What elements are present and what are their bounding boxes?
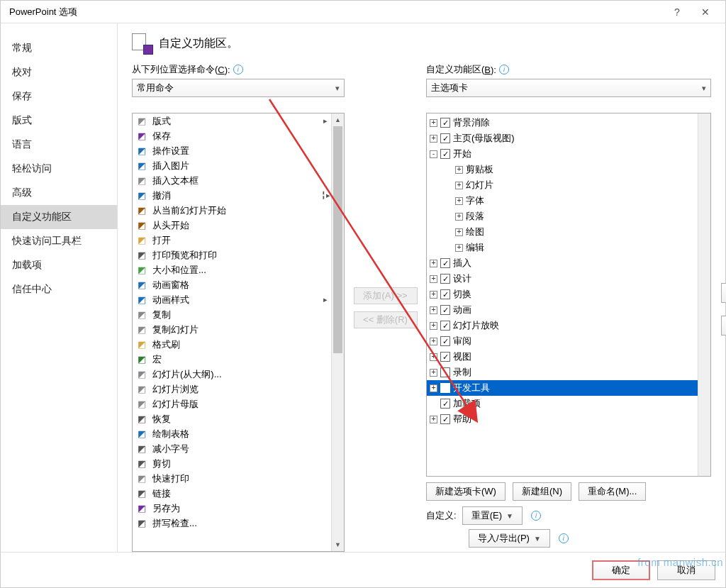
ok-button[interactable]: 确定 bbox=[592, 560, 650, 580]
sidebar-item[interactable]: 加载项 bbox=[1, 253, 117, 277]
command-item[interactable]: ◩打开 bbox=[133, 233, 331, 248]
command-item[interactable]: ◩复制幻灯片 bbox=[133, 322, 331, 337]
expand-icon[interactable]: + bbox=[455, 244, 463, 252]
command-item[interactable]: ◩复制 bbox=[133, 307, 331, 322]
info-icon[interactable]: i bbox=[531, 511, 541, 521]
expand-icon[interactable]: + bbox=[430, 322, 437, 330]
tree-item[interactable]: +幻灯片放映 bbox=[427, 318, 698, 333]
collapse-icon[interactable]: - bbox=[430, 150, 437, 158]
expand-icon[interactable]: + bbox=[430, 416, 437, 423]
info-icon[interactable]: i bbox=[499, 65, 509, 74]
expand-icon[interactable]: + bbox=[430, 353, 437, 361]
tree-item[interactable]: +剪贴板 bbox=[427, 162, 698, 177]
tree-item[interactable]: 加载项 bbox=[427, 396, 698, 411]
reset-button[interactable]: 重置(E)▼ bbox=[462, 506, 523, 525]
info-icon[interactable]: i bbox=[233, 65, 243, 74]
expand-icon[interactable]: + bbox=[455, 182, 463, 189]
command-item[interactable]: ◩恢复 bbox=[133, 411, 331, 426]
checkbox[interactable] bbox=[440, 399, 450, 409]
sidebar-item[interactable]: 保存 bbox=[1, 84, 117, 109]
commands-listbox[interactable]: ◩版式▸◩保存◩操作设置◩插入图片◩插入文本框◩撤消╏▸◩从当前幻灯片开始◩从头… bbox=[132, 113, 345, 552]
expand-icon[interactable]: + bbox=[455, 166, 463, 174]
checkbox[interactable] bbox=[440, 274, 450, 284]
command-item[interactable]: ◩宏 bbox=[133, 352, 331, 367]
command-item[interactable]: ◩从头开始 bbox=[133, 218, 331, 233]
scroll-down-icon[interactable]: ▼ bbox=[332, 538, 344, 551]
command-item[interactable]: ◩另存为 bbox=[133, 501, 331, 516]
command-item[interactable]: ◩大小和位置... bbox=[133, 262, 331, 277]
checkbox[interactable] bbox=[440, 336, 450, 346]
sidebar-item[interactable]: 常规 bbox=[1, 36, 117, 60]
import-export-button[interactable]: 导入/导出(P)▼ bbox=[469, 529, 550, 548]
commands-scrollbar[interactable]: ▲ ▼ bbox=[331, 113, 344, 551]
tree-item[interactable]: +插入 bbox=[427, 255, 698, 271]
expand-icon[interactable]: + bbox=[430, 338, 437, 345]
cancel-button[interactable]: 取消 bbox=[657, 560, 715, 580]
tree-item[interactable]: +审阅 bbox=[427, 333, 698, 349]
tree-item[interactable]: +帮助 bbox=[427, 411, 698, 427]
expand-icon[interactable]: + bbox=[430, 135, 437, 143]
command-item[interactable]: ◩幻灯片母版 bbox=[133, 396, 331, 411]
tree-item[interactable]: +绘图 bbox=[427, 224, 698, 240]
command-item[interactable]: ◩插入图片 bbox=[133, 158, 331, 173]
expand-icon[interactable]: + bbox=[430, 306, 437, 314]
checkbox[interactable] bbox=[440, 149, 450, 159]
new-group-button[interactable]: 新建组(N) bbox=[513, 482, 571, 501]
checkbox[interactable] bbox=[440, 367, 450, 377]
ribbon-scrollbar[interactable] bbox=[698, 113, 710, 476]
command-item[interactable]: ◩格式刷 bbox=[133, 337, 331, 352]
command-item[interactable]: ◩版式▸ bbox=[133, 113, 331, 128]
expand-icon[interactable]: + bbox=[455, 213, 463, 221]
checkbox[interactable] bbox=[440, 321, 450, 331]
checkbox[interactable] bbox=[440, 133, 450, 143]
command-item[interactable]: ◩保存 bbox=[133, 128, 331, 143]
tree-item[interactable]: +录制 bbox=[427, 365, 698, 380]
tree-item[interactable]: +编辑 bbox=[427, 240, 698, 255]
ribbon-dropdown[interactable]: 主选项卡 bbox=[426, 79, 711, 97]
tree-item[interactable]: +主页(母版视图) bbox=[427, 131, 698, 146]
command-item[interactable]: ◩从当前幻灯片开始 bbox=[133, 203, 331, 218]
tree-item[interactable]: +动画 bbox=[427, 302, 698, 318]
expand-icon[interactable]: + bbox=[430, 369, 437, 377]
new-tab-button[interactable]: 新建选项卡(W) bbox=[426, 482, 506, 501]
tree-item[interactable]: -开始 bbox=[427, 146, 698, 162]
expand-icon[interactable]: + bbox=[455, 228, 463, 236]
command-item[interactable]: ◩操作设置 bbox=[133, 143, 331, 158]
sidebar-item[interactable]: 语言 bbox=[1, 133, 117, 157]
command-item[interactable]: ◩动画窗格 bbox=[133, 277, 331, 292]
command-item[interactable]: ◩快速打印 bbox=[133, 471, 331, 486]
command-item[interactable]: ◩插入文本框 bbox=[133, 173, 331, 188]
command-item[interactable]: ◩幻灯片浏览 bbox=[133, 382, 331, 396]
command-item[interactable]: ◩剪切 bbox=[133, 456, 331, 471]
checkbox[interactable] bbox=[440, 258, 450, 268]
tree-item[interactable]: +段落 bbox=[427, 209, 698, 224]
sidebar-item[interactable]: 快速访问工具栏 bbox=[1, 229, 117, 253]
command-item[interactable]: ◩幻灯片(从大纲)... bbox=[133, 367, 331, 382]
expand-icon[interactable]: + bbox=[430, 119, 437, 127]
command-item[interactable]: ◩拼写检查... bbox=[133, 516, 331, 531]
command-item[interactable]: ◩撤消╏▸ bbox=[133, 188, 331, 203]
checkbox[interactable] bbox=[440, 118, 450, 128]
sidebar-item[interactable]: 轻松访问 bbox=[1, 157, 117, 181]
tree-item[interactable]: +字体 bbox=[427, 193, 698, 209]
expand-icon[interactable]: + bbox=[455, 197, 463, 205]
choose-commands-dropdown[interactable]: 常用命令 bbox=[132, 79, 345, 97]
expand-icon[interactable]: + bbox=[430, 275, 437, 283]
checkbox[interactable] bbox=[440, 383, 450, 393]
expand-icon[interactable]: + bbox=[430, 384, 437, 392]
close-button[interactable]: ✕ bbox=[691, 1, 720, 23]
command-item[interactable]: ◩减小字号 bbox=[133, 441, 331, 456]
tree-item[interactable]: +切换 bbox=[427, 287, 698, 302]
sidebar-item[interactable]: 信任中心 bbox=[1, 277, 117, 301]
tree-item[interactable]: +幻灯片 bbox=[427, 177, 698, 193]
command-item[interactable]: ◩动画样式▸ bbox=[133, 292, 331, 307]
scroll-up-icon[interactable]: ▲ bbox=[332, 113, 344, 126]
checkbox[interactable] bbox=[440, 305, 450, 315]
info-icon[interactable]: i bbox=[559, 533, 569, 543]
move-up-button[interactable]: ▲ bbox=[721, 283, 726, 303]
tree-item[interactable]: +设计 bbox=[427, 271, 698, 287]
rename-button[interactable]: 重命名(M)... bbox=[579, 482, 646, 501]
sidebar-item[interactable]: 高级 bbox=[1, 181, 117, 205]
command-item[interactable]: ◩链接 bbox=[133, 486, 331, 501]
command-item[interactable]: ◩打印预览和打印 bbox=[133, 248, 331, 262]
